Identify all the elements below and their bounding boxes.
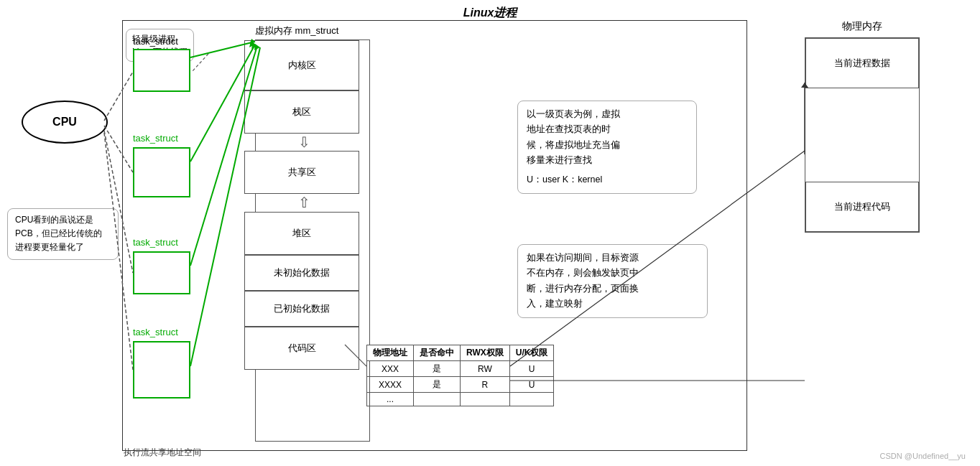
- phys-table-header-2: RWX权限: [461, 345, 510, 361]
- page-container: Linux进程 CPU 轻量级进程 Linux下的线程 CPU看到的虽说还是 P…: [0, 0, 980, 466]
- physical-mem-title: 物理内存: [805, 20, 920, 33]
- mem-section-stack: 栈区: [244, 90, 359, 134]
- cpu-label: CPU: [52, 116, 77, 129]
- cpu-note-line2: PCB，但已经比传统的: [15, 227, 111, 241]
- mem-section-heap: 堆区: [244, 212, 359, 255]
- phys-table-header-3: U/K权限: [509, 345, 554, 361]
- task-struct-label-4: task_struct: [133, 327, 178, 337]
- page-table-text2: 地址在查找页表的时: [527, 122, 688, 137]
- phys-table-header-1: 是否命中: [414, 345, 461, 361]
- cell-1-1: 是: [414, 377, 461, 393]
- up-arrow: ⇧: [298, 194, 310, 211]
- cell-0-2: RW: [461, 361, 510, 377]
- page-fault-text3: 断，进行内存分配，页面换: [527, 281, 698, 297]
- page-fault-box: 如果在访问期间，目标资源 不在内存，则会触发缺页中 断，进行内存分配，页面换 入…: [517, 244, 708, 318]
- page-table-text1: 以一级页表为例，虚拟: [527, 107, 688, 122]
- phys-mem-outer: 当前进程数据 当前进程代码: [805, 37, 920, 233]
- phys-mem-section-code: 当前进程代码: [805, 182, 919, 232]
- mem-section-bss: 未初始化数据: [244, 255, 359, 291]
- mem-section-kernel: 内核区: [244, 40, 359, 90]
- page-table-box: 以一级页表为例，虚拟 地址在查找页表的时 候，将虚拟地址充当偏 移量来进行查找 …: [517, 101, 697, 194]
- task-struct-label-3: task_struct: [133, 237, 178, 248]
- physical-mem-box: 物理内存 当前进程数据 当前进程代码: [805, 20, 920, 233]
- page-fault-text2: 不在内存，则会触发缺页中: [527, 266, 698, 281]
- task-struct-box-2: [133, 147, 190, 197]
- cell-0-0: XXX: [367, 361, 414, 377]
- cell-2-0: ...: [367, 393, 414, 406]
- cell-1-3: U: [509, 377, 554, 393]
- task-struct-label-1: task_struct: [133, 36, 178, 47]
- cell-0-3: U: [509, 361, 554, 377]
- phys-table-header-0: 物理地址: [367, 345, 414, 361]
- task-struct-label-2: task_struct: [133, 133, 178, 144]
- phys-table: 物理地址 是否命中 RWX权限 U/K权限 XXX 是 RW U XXXX 是 …: [366, 345, 554, 406]
- page-fault-text1: 如果在访问期间，目标资源: [527, 251, 698, 266]
- cpu-ellipse: CPU: [22, 101, 108, 144]
- phys-table-row-2: ...: [367, 393, 554, 406]
- cell-1-0: XXXX: [367, 377, 414, 393]
- phys-table-row-1: XXXX 是 R U: [367, 377, 554, 393]
- watermark: CSDN @Undefined__yu: [880, 452, 966, 460]
- phys-mem-gap: [805, 88, 919, 182]
- page-table-text5: U：user K：kernel: [527, 172, 688, 187]
- page-table-text4: 移量来进行查找: [527, 153, 688, 168]
- phys-table-row-0: XXX 是 RW U: [367, 361, 554, 377]
- mem-section-code: 代码区: [244, 327, 359, 370]
- task-struct-box-4: [133, 341, 190, 399]
- cell-2-2: [461, 393, 510, 406]
- cpu-note-line3: 进程要更轻量化了: [15, 241, 111, 254]
- task-struct-box-3: [133, 251, 190, 294]
- page-table-text3: 候，将虚拟地址充当偏: [527, 138, 688, 153]
- cell-0-1: 是: [414, 361, 461, 377]
- task-struct-box-1: [133, 49, 190, 92]
- cell-1-2: R: [461, 377, 510, 393]
- cpu-note-line1: CPU看到的虽说还是: [15, 213, 111, 227]
- cell-2-3: [509, 393, 554, 406]
- page-title: Linux进程: [463, 6, 517, 21]
- mem-section-shared: 共享区: [244, 151, 359, 194]
- cpu-note-box: CPU看到的虽说还是 PCB，但已经比传统的 进程要更轻量化了: [7, 208, 119, 260]
- vmem-title: 虚拟内存 mm_struct: [255, 24, 338, 37]
- phys-mem-section-data: 当前进程数据: [805, 38, 919, 88]
- page-fault-text4: 入，建立映射: [527, 297, 698, 312]
- cell-2-1: [414, 393, 461, 406]
- mem-section-data: 已初始化数据: [244, 291, 359, 327]
- shared-addr-label: 执行流共享地址空间: [124, 447, 201, 459]
- down-arrow: ⇩: [298, 134, 310, 151]
